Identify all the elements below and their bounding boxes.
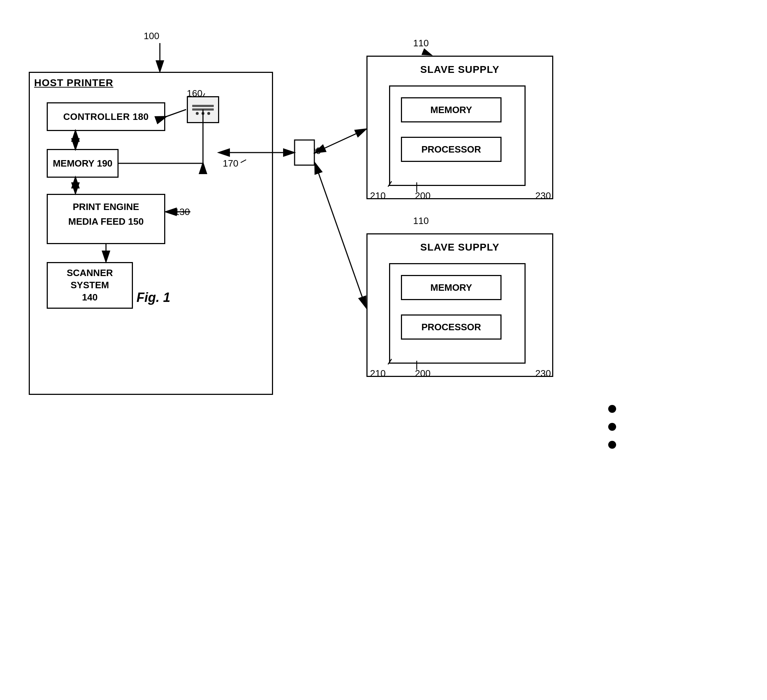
media-feed-label: MEDIA FEED 150 bbox=[48, 213, 164, 227]
ref-210-2: 210 bbox=[370, 368, 385, 379]
ref-110-2: 110 bbox=[413, 215, 429, 227]
ref-200-1: 200 bbox=[415, 190, 430, 202]
processor-slave-label-1: PROCESSOR bbox=[422, 144, 481, 155]
slave-supply-box-2: SLAVE SUPPLY MEMORY PROCESSOR bbox=[366, 233, 553, 377]
ellipsis-dot-3 bbox=[608, 441, 616, 449]
ref-200-2: 200 bbox=[415, 368, 430, 379]
more-slaves-indicator bbox=[608, 405, 616, 449]
print-engine-label: PRINT ENGINE bbox=[48, 195, 164, 213]
diagram-container: 100 HOST PRINTER CONTROLLER 180 MEMORY 1… bbox=[0, 0, 767, 700]
slave-supply-label-1: SLAVE SUPPLY bbox=[368, 57, 552, 75]
ellipsis-dot-2 bbox=[608, 423, 616, 431]
interface-device bbox=[187, 96, 219, 123]
controller-box: CONTROLLER 180 bbox=[47, 102, 165, 131]
processor-slave-label-2: PROCESSOR bbox=[422, 322, 481, 333]
scanner-label-line1: SCANNER bbox=[67, 267, 113, 279]
fig-caption: Fig. 1 bbox=[137, 290, 170, 305]
ref-100: 100 bbox=[144, 30, 159, 42]
memory-slave-box-2: MEMORY bbox=[401, 275, 501, 300]
ref-110-1: 110 bbox=[413, 38, 429, 49]
ref-230-2: 230 bbox=[535, 368, 551, 379]
slave-inner-box-2: MEMORY PROCESSOR bbox=[389, 263, 525, 363]
slave-supply-box-1: SLAVE SUPPLY MEMORY PROCESSOR bbox=[366, 56, 553, 199]
scanner-label-line3: 140 bbox=[82, 292, 97, 304]
ref-130: 130 bbox=[174, 206, 190, 217]
ref-210-1: 210 bbox=[370, 190, 385, 202]
dot-2 bbox=[202, 112, 204, 115]
ref-120: 120 bbox=[306, 145, 321, 157]
print-engine-box: PRINT ENGINE MEDIA FEED 150 bbox=[47, 194, 165, 244]
dot-3 bbox=[207, 112, 210, 115]
dot-1 bbox=[196, 112, 199, 115]
memory-slave-label-2: MEMORY bbox=[430, 282, 472, 293]
ref-160: 160 bbox=[187, 88, 202, 99]
memory-slave-box-1: MEMORY bbox=[401, 97, 501, 122]
memory-slave-label-1: MEMORY bbox=[430, 105, 472, 116]
ref-230-1: 230 bbox=[535, 190, 551, 202]
memory-host-box: MEMORY 190 bbox=[47, 149, 119, 178]
svg-line-14 bbox=[315, 163, 366, 307]
processor-slave-box-1: PROCESSOR bbox=[401, 137, 501, 162]
scanner-label-line2: SYSTEM bbox=[71, 279, 109, 292]
memory-host-label: MEMORY 190 bbox=[53, 158, 113, 169]
interface-dots bbox=[196, 112, 210, 115]
controller-label: CONTROLLER 180 bbox=[63, 111, 149, 122]
ellipsis-dot-1 bbox=[608, 405, 616, 413]
host-printer-label: HOST PRINTER bbox=[34, 77, 113, 89]
scanner-box: SCANNER SYSTEM 140 bbox=[47, 262, 133, 309]
interface-line-2 bbox=[192, 108, 214, 111]
interface-line-1 bbox=[192, 105, 214, 107]
svg-line-23 bbox=[424, 52, 431, 55]
slave-supply-label-2: SLAVE SUPPLY bbox=[368, 234, 552, 253]
svg-line-13 bbox=[315, 129, 366, 152]
ref-170: 170 bbox=[223, 158, 238, 169]
slave-inner-box-1: MEMORY PROCESSOR bbox=[389, 86, 525, 186]
processor-slave-box-2: PROCESSOR bbox=[401, 314, 501, 340]
